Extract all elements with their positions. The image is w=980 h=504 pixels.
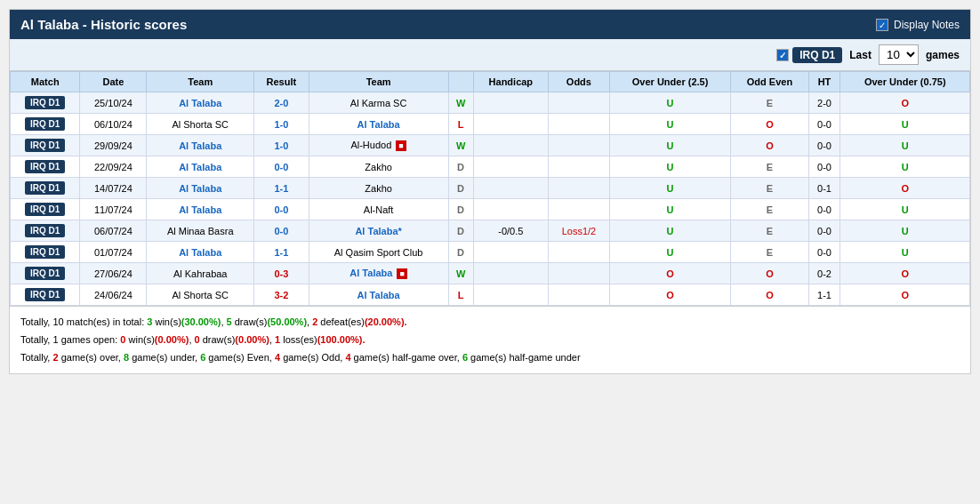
outcome-cell: W	[448, 135, 473, 156]
ou25-cell: O	[609, 284, 731, 306]
league-cell: IRQ D1	[11, 178, 80, 199]
games-count-select[interactable]: 10 5 15 20 25 30	[879, 44, 919, 65]
red-card-icon: ■	[397, 268, 406, 279]
col-handicap: Handicap	[473, 72, 549, 92]
ou075-cell: O	[840, 263, 970, 284]
handicap-cell: -0/0.5	[473, 220, 549, 242]
ht-cell: 1-1	[808, 284, 840, 306]
odds-cell	[549, 135, 610, 156]
ht-cell: 0-2	[808, 263, 840, 284]
date-cell: 29/09/24	[80, 135, 147, 156]
oddeven-cell: O	[731, 263, 808, 284]
display-notes-checkbox[interactable]: ✓	[876, 19, 888, 31]
header-title: Al Talaba - Historic scores	[20, 17, 187, 32]
league-filter-label: ✓ IRQ D1	[776, 47, 842, 63]
table-row: IRQ D111/07/24Al Talaba0-0Al-NaftDUE0-0U	[11, 199, 970, 220]
ht-cell: 0-0	[808, 199, 840, 220]
handicap-cell	[473, 135, 549, 156]
oddeven-cell: E	[731, 242, 808, 263]
ou075-cell: U	[840, 114, 970, 135]
table-row: IRQ D106/10/24Al Shorta SC1-0Al TalabaLU…	[11, 114, 970, 135]
team1-cell: Al Talaba	[147, 199, 254, 220]
oddeven-cell: O	[731, 135, 808, 156]
outcome-cell: L	[448, 284, 473, 306]
col-match: Match	[11, 72, 80, 92]
red-card-icon: ■	[396, 140, 406, 151]
outcome-cell: W	[448, 263, 473, 284]
col-result: Result	[254, 72, 309, 92]
oddeven-cell: E	[731, 199, 808, 220]
ht-cell: 2-0	[808, 92, 840, 114]
date-cell: 14/07/24	[80, 178, 147, 199]
odds-cell	[549, 242, 610, 263]
odds-cell	[549, 92, 610, 114]
outcome-cell: D	[448, 156, 473, 178]
handicap-cell	[473, 114, 549, 135]
result-cell: 1-0	[254, 135, 309, 156]
ou25-cell: U	[609, 135, 731, 156]
team2-cell: Zakho	[309, 178, 448, 199]
ou075-cell: U	[840, 220, 970, 242]
handicap-cell	[473, 178, 549, 199]
ou075-cell: O	[840, 178, 970, 199]
handicap-cell	[473, 242, 549, 263]
ht-cell: 0-0	[808, 135, 840, 156]
games-label: games	[926, 49, 960, 61]
ou25-cell: U	[609, 199, 731, 220]
result-cell: 1-0	[254, 114, 309, 135]
summary-line1: Totally, 10 match(es) in total: 3 win(s)…	[20, 314, 960, 332]
oddeven-cell: E	[731, 156, 808, 178]
league-badge: IRQ D1	[792, 47, 842, 63]
oddeven-cell: O	[731, 284, 808, 306]
team1-cell: Al Talaba	[147, 178, 254, 199]
team1-cell: Al Shorta SC	[147, 284, 254, 306]
team2-cell: Al Talaba ■	[309, 263, 448, 284]
odds-cell	[549, 263, 610, 284]
league-cell: IRQ D1	[11, 92, 80, 114]
result-cell: 3-2	[254, 284, 309, 306]
ou25-cell: U	[609, 92, 731, 114]
league-cell: IRQ D1	[11, 199, 80, 220]
date-cell: 25/10/24	[80, 92, 147, 114]
outcome-cell: D	[448, 199, 473, 220]
result-cell: 0-0	[254, 156, 309, 178]
date-cell: 24/06/24	[80, 284, 147, 306]
ou25-cell: U	[609, 178, 731, 199]
odds-cell	[549, 178, 610, 199]
result-cell: 0-3	[254, 263, 309, 284]
last-label: Last	[849, 49, 872, 61]
display-notes-label: Display Notes	[894, 19, 960, 31]
result-cell: 1-1	[254, 178, 309, 199]
team2-cell: Al-Hudod ■	[309, 135, 448, 156]
main-container: Al Talaba - Historic scores ✓ Display No…	[9, 9, 971, 374]
oddeven-cell: E	[731, 220, 808, 242]
ou25-cell: U	[609, 114, 731, 135]
ou25-cell: O	[609, 263, 731, 284]
team2-cell: Al Karma SC	[309, 92, 448, 114]
filter-bar: ✓ IRQ D1 Last 10 5 15 20 25 30 games	[10, 39, 970, 71]
col-empty	[448, 72, 473, 92]
col-ou075: Over Under (0.75)	[840, 72, 970, 92]
team1-cell: Al Talaba	[147, 135, 254, 156]
ou075-cell: U	[840, 242, 970, 263]
league-checkbox[interactable]: ✓	[776, 49, 789, 61]
col-ht: HT	[808, 72, 840, 92]
handicap-cell	[473, 156, 549, 178]
date-cell: 06/10/24	[80, 114, 147, 135]
handicap-cell	[473, 92, 549, 114]
ou25-cell: U	[609, 156, 731, 178]
handicap-cell	[473, 263, 549, 284]
ou075-cell: O	[840, 284, 970, 306]
col-ou25: Over Under (2.5)	[609, 72, 731, 92]
ou075-cell: U	[840, 156, 970, 178]
date-cell: 06/07/24	[80, 220, 147, 242]
league-cell: IRQ D1	[11, 284, 80, 306]
table-row: IRQ D114/07/24Al Talaba1-1ZakhoDUE0-1O	[11, 178, 970, 199]
scores-table: Match Date Team Result Team Handicap Odd…	[10, 71, 970, 306]
team1-cell: Al Kahrabaa	[147, 263, 254, 284]
odds-cell: Loss1/2	[549, 220, 610, 242]
team1-cell: Al Talaba	[147, 92, 254, 114]
league-cell: IRQ D1	[11, 114, 80, 135]
table-row: IRQ D129/09/24Al Talaba1-0Al-Hudod ■WUO0…	[11, 135, 970, 156]
odds-cell	[549, 114, 610, 135]
